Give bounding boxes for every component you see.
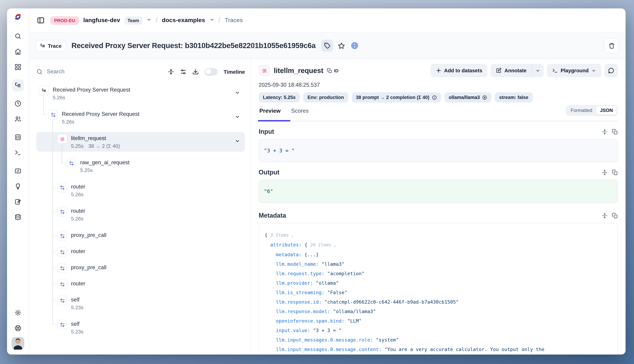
rail-evals-icon[interactable] bbox=[12, 165, 24, 177]
rail-prompts-icon[interactable] bbox=[12, 131, 24, 143]
rail-sessions-icon[interactable] bbox=[12, 98, 24, 110]
copy-id-button[interactable]: ID bbox=[327, 68, 338, 73]
rail-search-icon[interactable] bbox=[12, 30, 24, 42]
trace-tree-icon bbox=[42, 88, 46, 93]
delete-trace-button[interactable] bbox=[604, 38, 619, 53]
tree-row-router[interactable]: router5.26s bbox=[36, 205, 245, 224]
metadata-line: llm.input_messages.0.message.role: "syst… bbox=[265, 335, 612, 345]
tree-row-router[interactable]: router bbox=[36, 245, 245, 259]
metric-badge: ollama/llama3 bbox=[444, 92, 491, 102]
span-arrows-icon bbox=[60, 282, 65, 287]
playground-button[interactable]: Playground bbox=[547, 64, 601, 77]
rail-database-icon[interactable] bbox=[12, 211, 24, 223]
node-collapse-chevron-icon[interactable] bbox=[235, 90, 240, 97]
org-type-badge: Team bbox=[124, 16, 142, 24]
tree-row-router[interactable]: router bbox=[36, 277, 245, 291]
annotate-dropdown-chevron[interactable] bbox=[532, 64, 544, 77]
public-globe-button[interactable] bbox=[349, 40, 360, 51]
download-icon[interactable] bbox=[192, 68, 199, 75]
tree-connector bbox=[52, 268, 56, 268]
org-chevron-down-icon[interactable] bbox=[147, 17, 151, 24]
annotate-button[interactable]: Annotate bbox=[491, 64, 532, 77]
sidebar-toggle-icon[interactable] bbox=[36, 15, 46, 26]
org-name[interactable]: langfuse-dev bbox=[83, 17, 120, 24]
tree-row-self[interactable]: self5.23s bbox=[36, 294, 245, 313]
output-label: Output bbox=[259, 169, 279, 176]
node-collapse-chevron-icon[interactable] bbox=[235, 138, 240, 145]
tree-row-router[interactable]: router5.26s bbox=[36, 180, 245, 200]
tree-row-proxy-pre-call[interactable]: proxy_pre_call bbox=[36, 229, 245, 243]
json-collapse-chevron-icon[interactable]: ⌄ bbox=[289, 233, 294, 238]
node-label: Received Proxy Server Request bbox=[53, 86, 130, 93]
span-tree: Received Proxy Server Request5.26sReceiv… bbox=[36, 84, 245, 337]
tab-preview[interactable]: Preview bbox=[259, 108, 281, 121]
tree-filter-icon[interactable] bbox=[180, 68, 187, 75]
rail-dashboards-icon[interactable] bbox=[12, 61, 24, 73]
tree-connector bbox=[43, 96, 44, 114]
node-label: litellm_request bbox=[71, 135, 120, 142]
node-label: raw_gen_ai_request bbox=[80, 159, 129, 166]
rail-settings-icon[interactable] bbox=[12, 307, 24, 319]
project-chevron-down-icon[interactable] bbox=[209, 17, 214, 24]
timeline-label: Timeline bbox=[224, 68, 245, 74]
view-mode-toggle: Formatted JSON bbox=[566, 105, 618, 116]
comment-icon bbox=[608, 68, 614, 74]
info-icon[interactable] bbox=[432, 95, 437, 100]
tree-row-litellm-request[interactable]: litellm_request5.25s38 → 2 (Σ 40) bbox=[36, 132, 245, 152]
node-duration: 5.26s bbox=[71, 191, 85, 198]
copy-icon[interactable] bbox=[612, 170, 618, 176]
timeline-toggle[interactable] bbox=[205, 68, 218, 75]
section-breadcrumb[interactable]: Traces bbox=[225, 17, 243, 24]
view-formatted-option[interactable]: Formatted bbox=[567, 106, 596, 115]
star-button[interactable] bbox=[336, 40, 346, 51]
copy-icon[interactable] bbox=[612, 129, 618, 135]
node-collapse-chevron-icon[interactable] bbox=[235, 114, 240, 121]
add-to-datasets-button[interactable]: Add to datasets bbox=[430, 64, 488, 77]
metadata-line: llm.request.type: "acompletion" bbox=[265, 269, 612, 278]
rail-playground-icon[interactable] bbox=[12, 147, 24, 159]
span-arrows-icon bbox=[60, 185, 65, 190]
rail-support-icon[interactable] bbox=[12, 322, 24, 334]
span-arrows-icon bbox=[60, 266, 65, 271]
tree-row-self[interactable]: self5.23s bbox=[36, 318, 245, 337]
tree-connector bbox=[62, 163, 65, 163]
metadata-line: llm.input_messages.0.message.content: "Y… bbox=[265, 345, 612, 354]
top-breadcrumb-bar: PROD-EU langfuse-dev Team / docs-example… bbox=[29, 8, 625, 32]
tree-row-received-proxy-server-request[interactable]: Received Proxy Server Request5.26s bbox=[36, 108, 245, 128]
rail-traces-icon[interactable] bbox=[12, 79, 24, 91]
tab-scores[interactable]: Scores bbox=[290, 108, 309, 121]
rail-home-icon[interactable] bbox=[12, 46, 24, 58]
node-icon bbox=[57, 320, 67, 330]
json-collapse-chevron-icon[interactable]: ⌄ bbox=[331, 243, 336, 248]
tree-row-proxy-pre-call[interactable]: proxy_pre_call bbox=[36, 261, 245, 275]
node-label: router bbox=[71, 183, 85, 190]
rail-datasets-icon[interactable] bbox=[12, 196, 24, 208]
node-icon bbox=[66, 158, 76, 168]
rail-annotations-icon[interactable] bbox=[12, 180, 24, 192]
collapse-all-icon[interactable] bbox=[168, 68, 174, 75]
tree-search-input[interactable] bbox=[46, 68, 86, 75]
node-duration: 5.26s bbox=[62, 119, 139, 125]
node-label: router bbox=[71, 248, 85, 255]
fold-vertical-icon[interactable] bbox=[602, 129, 608, 135]
rail-users-icon[interactable] bbox=[12, 113, 24, 125]
tree-connector bbox=[52, 235, 56, 236]
copy-icon[interactable] bbox=[612, 213, 618, 219]
tag-button[interactable] bbox=[321, 40, 333, 52]
tree-row-received-proxy-server-request[interactable]: Received Proxy Server Request5.26s bbox=[36, 84, 245, 103]
user-avatar[interactable] bbox=[12, 337, 24, 350]
view-json-option[interactable]: JSON bbox=[596, 106, 617, 115]
fold-vertical-icon[interactable] bbox=[602, 213, 608, 219]
tree-connector bbox=[52, 187, 56, 188]
tree-search[interactable] bbox=[36, 68, 162, 75]
input-value-box: "3 + 3 = " bbox=[259, 139, 618, 162]
project-name[interactable]: docs-examples bbox=[162, 17, 205, 24]
metric-badge: Latency: 5.25s bbox=[259, 92, 300, 102]
circle-plus-icon[interactable] bbox=[482, 95, 487, 100]
tree-row-raw-gen-ai-request[interactable]: raw_gen_ai_request5.25s bbox=[36, 156, 245, 176]
comments-button[interactable] bbox=[604, 64, 618, 77]
app-window: PROD-EU langfuse-dev Team / docs-example… bbox=[7, 8, 625, 354]
tree-connector bbox=[52, 300, 56, 300]
fold-vertical-icon[interactable] bbox=[602, 170, 608, 176]
trace-title: Received Proxy Server Request: b3010b422… bbox=[71, 42, 316, 50]
